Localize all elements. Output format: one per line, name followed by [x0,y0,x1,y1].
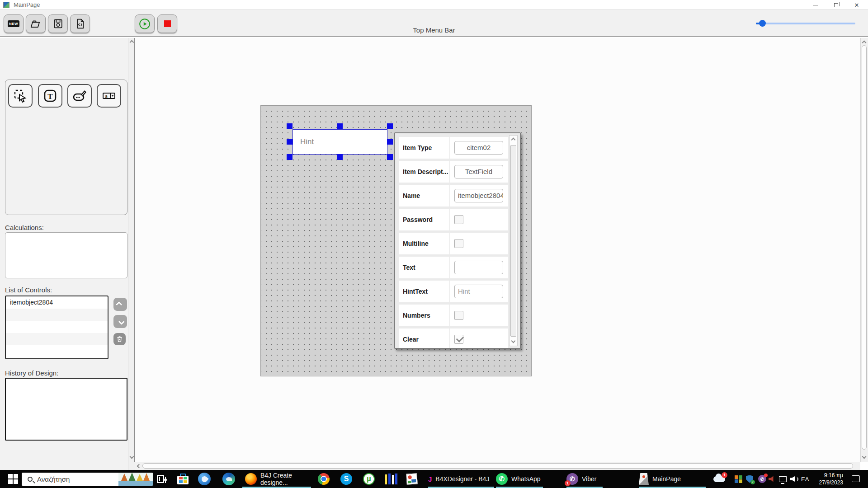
resize-handle-se[interactable] [387,154,393,160]
calculations-box[interactable] [5,232,127,278]
panel-divider [134,38,135,462]
scroll-up-icon[interactable] [862,41,867,45]
list-item [6,321,108,333]
maximize-button[interactable] [828,0,844,10]
tray-network[interactable] [779,470,787,488]
taskbar-b4xdesigner[interactable]: J B4XDesigner - B4J [428,470,494,488]
taskbar-library-app[interactable] [385,470,398,488]
text-field[interactable] [454,261,503,274]
resize-handle-e[interactable] [387,139,393,145]
resize-handle-nw[interactable] [287,123,292,129]
vertical-scrollbar-thumb[interactable] [862,45,867,450]
taskbar-chrome[interactable] [318,470,330,488]
tray-defender[interactable]: ✓ [746,470,753,488]
close-button[interactable]: ✕ [849,0,864,10]
hinttext-field[interactable]: Hint [454,285,503,298]
scroll-up-icon[interactable] [511,138,516,142]
taskbar-item-label: Viber [582,475,596,483]
task-view-button[interactable] [157,470,164,488]
multiline-checkbox[interactable] [454,239,463,248]
resize-handle-n[interactable] [337,123,343,129]
resize-handle-w[interactable] [287,139,292,145]
name-field[interactable]: itemobject2804 [454,189,503,202]
calculations-label: Calculations: [5,224,44,231]
property-row-item-type: Item Type citem02 [399,137,508,159]
scroll-up-icon[interactable] [130,40,134,45]
clear-checkbox[interactable] [454,335,463,344]
tray-clock[interactable]: 9:16 πμ 27/9/2023 [811,472,843,486]
tray-muted-audio[interactable] [769,470,775,488]
tray-onedrive[interactable]: 1 [713,470,725,488]
tray-viber[interactable]: ✆ [758,470,766,488]
property-label: Item Type [399,137,449,159]
volume-icon [790,476,798,482]
list-item [6,345,108,357]
item-description-field[interactable]: TextField [454,165,503,178]
draw-tool-button[interactable] [67,84,92,108]
numbers-checkbox[interactable] [454,311,463,320]
taskbar-edge[interactable] [222,470,235,488]
tray-volume[interactable] [790,470,798,488]
notification-center-icon[interactable] [852,475,860,482]
resize-handle-s[interactable] [337,154,343,160]
property-label: Name [399,185,449,206]
scroll-down-icon[interactable] [511,339,516,343]
top-toolbar: NEW Top Menu Bar [0,10,868,37]
taskbar-store[interactable] [177,470,189,488]
network-icon [779,476,787,482]
taskbar-thunderbird[interactable] [198,470,211,488]
password-checkbox[interactable] [454,215,463,224]
property-row-multiline: Multiline [399,233,508,254]
cloud-badge: 1 [722,472,727,478]
property-label: Numbers [399,305,449,326]
edit-pencil-icon [72,88,87,103]
language-indicator: ΕΛ [801,476,809,483]
svg-text:T: T [47,92,53,101]
list-item[interactable]: itemobject2804 [6,296,108,309]
taskbar-viber[interactable]: ✆ 1 Viber [566,470,603,488]
skype-icon: S [340,473,352,485]
clock-time: 9:16 πμ [811,472,843,479]
windows-logo-icon [8,474,18,484]
books-icon [385,473,398,485]
move-up-button[interactable] [113,298,127,311]
taskbar-mainpage[interactable]: MainPage [639,470,706,488]
horizontal-scrollbar-thumb[interactable] [142,463,853,469]
property-label: HintText [399,281,449,302]
antivirus-icon [735,475,742,483]
taskbar-whatsapp[interactable]: ✆ WhatsApp [496,470,543,488]
start-button[interactable] [8,470,18,488]
text-tool-button[interactable]: T [38,84,62,108]
resize-handle-sw[interactable] [287,154,292,160]
taskbar-firefox-b4j[interactable]: B4J Create designe... [242,470,311,488]
taskbar-skype[interactable]: S [340,470,352,488]
selected-textfield[interactable]: Hint [292,129,387,155]
zoom-slider-track[interactable] [756,23,855,24]
tray-antivirus[interactable] [735,470,742,488]
properties-scrollbar[interactable] [509,135,518,346]
search-highlight-image[interactable] [118,473,153,486]
scroll-left-icon[interactable] [137,464,142,469]
minimize-button[interactable] [807,0,823,10]
search-icon [28,477,33,482]
taskbar-photo-app[interactable] [406,470,417,488]
move-down-button[interactable] [113,315,127,328]
history-box[interactable] [5,378,127,441]
scrollbar-thumb[interactable] [510,145,516,337]
scroll-down-icon[interactable] [130,455,134,459]
combobox-tool-button[interactable]: a [97,84,121,108]
scroll-down-icon[interactable] [862,455,867,459]
controls-list[interactable]: itemobject2804 [5,296,108,359]
property-row-clear: Clear [399,328,508,349]
tray-language[interactable]: ΕΛ [801,470,809,488]
zoom-slider-thumb[interactable] [759,20,766,27]
properties-rows: Item Type citem02 Item Descript... TextF… [399,137,508,349]
delete-control-button[interactable] [113,333,126,345]
b4xdesigner-icon: J [428,475,432,483]
select-tool-button[interactable] [8,84,33,108]
item-type-field[interactable]: citem02 [454,141,503,155]
taskbar-search[interactable]: Αναζήτηση [22,473,153,486]
resize-handle-ne[interactable] [387,123,393,129]
edge-icon [222,473,235,485]
taskbar-utorrent[interactable]: µ [363,470,375,488]
